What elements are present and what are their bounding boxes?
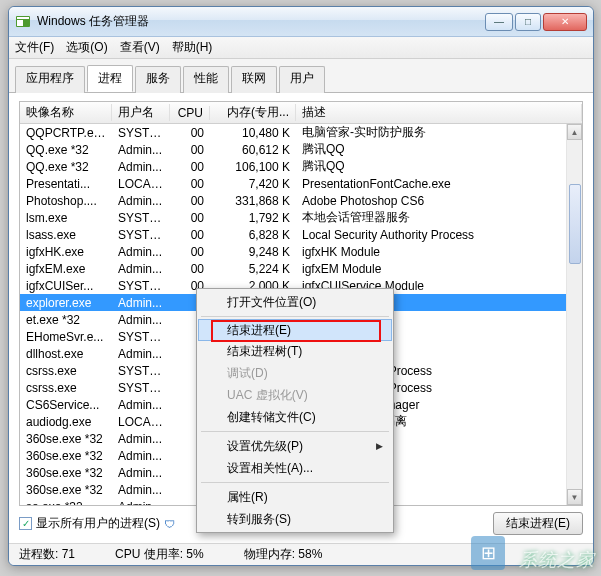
col-cpu[interactable]: CPU: [170, 106, 210, 120]
status-mem-usage: 物理内存: 58%: [244, 546, 323, 563]
table-row[interactable]: igfxEM.exeAdmin...005,224 KigfxEM Module: [20, 260, 566, 277]
maximize-button[interactable]: □: [515, 13, 541, 31]
tab-processes[interactable]: 进程: [87, 65, 133, 92]
status-process-count: 进程数: 71: [19, 546, 75, 563]
minimize-button[interactable]: —: [485, 13, 513, 31]
shield-icon: 🛡: [164, 518, 175, 530]
scroll-down-icon[interactable]: ▼: [567, 489, 582, 505]
tab-services[interactable]: 服务: [135, 66, 181, 93]
menu-item[interactable]: 属性(R): [199, 486, 391, 508]
tab-applications[interactable]: 应用程序: [15, 66, 85, 93]
menu-file[interactable]: 文件(F): [15, 39, 54, 56]
menu-item[interactable]: 转到服务(S): [199, 508, 391, 530]
show-all-users-checkbox[interactable]: ✓ 显示所有用户的进程(S) 🛡: [19, 515, 175, 532]
menu-item: UAC 虚拟化(V): [199, 384, 391, 406]
col-name[interactable]: 映像名称: [20, 104, 112, 121]
tabstrip: 应用程序 进程 服务 性能 联网 用户: [9, 59, 593, 93]
close-button[interactable]: ✕: [543, 13, 587, 31]
table-row[interactable]: QQ.exe *32Admin...0060,612 K腾讯QQ: [20, 141, 566, 158]
tab-networking[interactable]: 联网: [231, 66, 277, 93]
table-row[interactable]: Photoshop....Admin...00331,868 KAdobe Ph…: [20, 192, 566, 209]
list-header[interactable]: 映像名称 用户名 CPU 内存(专用... 描述: [20, 102, 582, 124]
table-row[interactable]: Presentati...LOCAL...007,420 KPresentati…: [20, 175, 566, 192]
col-mem[interactable]: 内存(专用...: [210, 104, 296, 121]
checkbox-icon[interactable]: ✓: [19, 517, 32, 530]
end-process-button[interactable]: 结束进程(E): [493, 512, 583, 535]
table-row[interactable]: QQ.exe *32Admin...00106,100 K腾讯QQ: [20, 158, 566, 175]
tab-users[interactable]: 用户: [279, 66, 325, 93]
col-user[interactable]: 用户名: [112, 104, 170, 121]
app-icon: [15, 14, 31, 30]
menu-item[interactable]: 结束进程树(T): [199, 340, 391, 362]
menubar: 文件(F) 选项(O) 查看(V) 帮助(H): [9, 37, 593, 59]
menu-item[interactable]: 打开文件位置(O): [199, 291, 391, 313]
svg-rect-2: [17, 20, 23, 26]
svg-rect-1: [17, 17, 29, 19]
col-desc[interactable]: 描述: [296, 104, 582, 121]
window-title: Windows 任务管理器: [37, 13, 485, 30]
checkbox-label: 显示所有用户的进程(S): [36, 515, 160, 532]
menu-item[interactable]: 设置优先级(P)▶: [199, 435, 391, 457]
table-row[interactable]: igfxHK.exeAdmin...009,248 KigfxHK Module: [20, 243, 566, 260]
table-row[interactable]: QQPCRTP.ex...SYSTEM0010,480 K电脑管家-实时防护服务: [20, 124, 566, 141]
menu-view[interactable]: 查看(V): [120, 39, 160, 56]
tab-performance[interactable]: 性能: [183, 66, 229, 93]
scroll-thumb[interactable]: [569, 184, 581, 264]
menu-item: 调试(D): [199, 362, 391, 384]
table-row[interactable]: lsm.exeSYSTEM001,792 K本地会话管理器服务: [20, 209, 566, 226]
context-menu[interactable]: 打开文件位置(O)结束进程(E)结束进程树(T)调试(D)UAC 虚拟化(V)创…: [196, 288, 394, 533]
menu-help[interactable]: 帮助(H): [172, 39, 213, 56]
scroll-up-icon[interactable]: ▲: [567, 124, 582, 140]
menu-item[interactable]: 创建转储文件(C): [199, 406, 391, 428]
menu-item[interactable]: 结束进程(E): [198, 319, 392, 341]
vertical-scrollbar[interactable]: ▲ ▼: [566, 124, 582, 505]
menu-options[interactable]: 选项(O): [66, 39, 107, 56]
statusbar: 进程数: 71 CPU 使用率: 5% 物理内存: 58%: [9, 543, 593, 565]
status-cpu-usage: CPU 使用率: 5%: [115, 546, 204, 563]
menu-item[interactable]: 设置相关性(A)...: [199, 457, 391, 479]
titlebar[interactable]: Windows 任务管理器 — □ ✕: [9, 7, 593, 37]
table-row[interactable]: lsass.exeSYSTEM006,828 KLocal Security A…: [20, 226, 566, 243]
